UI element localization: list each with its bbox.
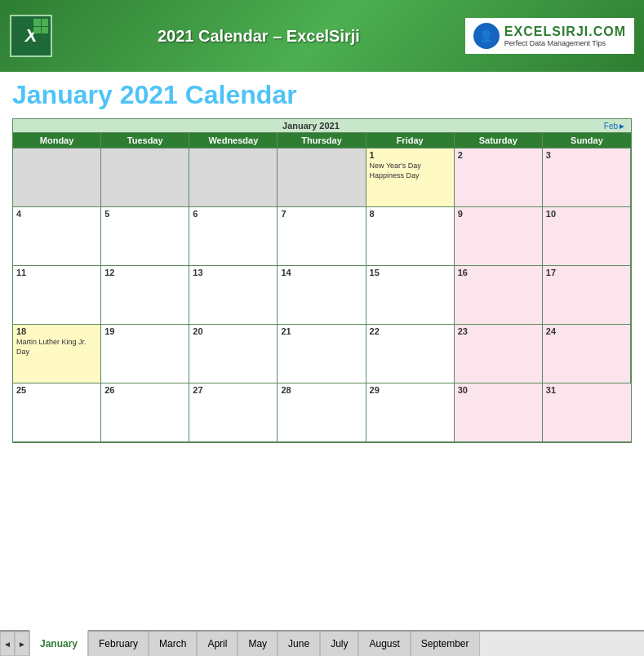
brand-name-part2: SIRJI [552, 24, 588, 38]
calendar-days-header: Monday Tuesday Wednesday Thursday Friday… [13, 133, 631, 148]
day-header-sunday: Sunday [543, 133, 631, 148]
cal-cell: 1New Year's DayHappiness Day [366, 148, 455, 207]
cal-date-number: 25 [16, 385, 97, 395]
cal-cell: 16 [455, 266, 543, 325]
brand-text: EXCELSIRJI.COM Perfect Data Management T… [504, 24, 626, 47]
cal-date-number: 17 [546, 268, 627, 277]
tab-august[interactable]: August [358, 632, 410, 656]
cal-date-number: 18 [16, 326, 97, 336]
cal-cell: 12 [101, 266, 189, 325]
cal-date-number: 6 [193, 209, 273, 219]
cal-event: Martin Luther King Jr. Day [16, 338, 97, 357]
cal-date-number: 4 [16, 209, 97, 219]
tab-april[interactable]: April [197, 632, 238, 656]
cal-cell: 2 [455, 148, 543, 207]
cal-date-number: 15 [370, 268, 451, 277]
cal-date-number: 23 [458, 326, 539, 336]
cal-cell [13, 148, 101, 207]
cal-date-number: 1 [370, 150, 451, 160]
cal-cell: 28 [278, 383, 366, 442]
cal-cell: 19 [101, 325, 189, 383]
day-header-tuesday: Tuesday [101, 133, 189, 148]
cal-date-number: 28 [281, 385, 362, 395]
cal-date-number: 30 [458, 385, 539, 395]
tab-february[interactable]: February [88, 632, 149, 656]
day-header-monday: Monday [13, 133, 101, 148]
brand-logo: 👤 EXCELSIRJI.COM Perfect Data Management… [465, 18, 634, 54]
cal-cell: 29 [366, 383, 455, 442]
cal-cell: 20 [189, 325, 278, 383]
tab-nav-prev[interactable]: ◄ [0, 632, 15, 656]
cal-event: New Year's Day [370, 162, 451, 171]
cal-date-number: 11 [16, 268, 97, 277]
cal-date-number: 20 [193, 326, 273, 336]
feb-nav-link[interactable]: Feb► [604, 122, 626, 131]
cal-date-number: 3 [546, 150, 627, 160]
cal-cell [278, 148, 366, 207]
cal-cell: 31 [543, 383, 631, 442]
tabs-list: JanuaryFebruaryMarchAprilMayJuneJulyAugu… [29, 632, 480, 656]
main-content: January 2021 Calendar January 2021 Feb► … [0, 72, 644, 630]
excel-icon: X [10, 15, 52, 57]
cal-cell: 3 [543, 148, 631, 207]
page-title: January 2021 Calendar [12, 80, 632, 110]
cal-cell: 23 [455, 325, 543, 383]
cal-date-number: 5 [104, 209, 185, 219]
tab-july[interactable]: July [320, 632, 358, 656]
tab-may[interactable]: May [238, 632, 278, 656]
cal-cell: 11 [13, 266, 101, 325]
brand-domain: .COM [588, 24, 626, 38]
tab-march[interactable]: March [149, 632, 197, 656]
day-header-friday: Friday [366, 133, 455, 148]
cal-cell: 13 [189, 266, 278, 325]
cal-cell: 27 [189, 383, 278, 442]
cal-cell: 30 [455, 383, 543, 442]
cal-cell: 18Martin Luther King Jr. Day [13, 325, 101, 383]
cal-cell: 14 [278, 266, 366, 325]
tab-september[interactable]: September [411, 632, 480, 656]
cal-cell: 15 [366, 266, 455, 325]
brand-tagline: Perfect Data Management Tips [504, 39, 626, 47]
cal-date-number: 24 [546, 326, 627, 336]
cal-cell: 9 [455, 207, 543, 266]
cal-date-number: 7 [281, 209, 362, 219]
cal-cell: 6 [189, 207, 278, 266]
cal-cell: 26 [101, 383, 189, 442]
cal-date-number: 19 [104, 326, 185, 336]
cal-date-number: 12 [104, 268, 185, 277]
cal-cell: 17 [543, 266, 631, 325]
tab-january[interactable]: January [29, 630, 88, 656]
cal-cell: 21 [278, 325, 366, 383]
cal-date-number: 21 [281, 326, 362, 336]
cal-date-number: 2 [458, 150, 539, 160]
tab-nav-next[interactable]: ► [15, 632, 29, 656]
cal-date-number: 27 [193, 385, 273, 395]
cal-date-number: 13 [193, 268, 273, 277]
calendar-month-label: January 2021 [18, 121, 604, 131]
cal-date-number: 22 [370, 326, 451, 336]
excel-grid-icon [33, 19, 48, 33]
cal-cell [101, 148, 189, 207]
cal-date-number: 29 [370, 385, 451, 395]
cal-date-number: 10 [546, 209, 627, 219]
cal-cell: 22 [366, 325, 455, 383]
header: X 2021 Calendar – ExcelSirji 👤 EXCELSIRJ… [0, 0, 644, 72]
calendar-grid: 1New Year's DayHappiness Day234567891011… [13, 148, 631, 442]
cal-cell: 8 [366, 207, 455, 266]
header-title: 2021 Calendar – ExcelSirji [52, 27, 465, 46]
cal-event: Happiness Day [370, 171, 451, 181]
day-header-wednesday: Wednesday [189, 133, 278, 148]
cal-cell: 5 [101, 207, 189, 266]
cal-cell: 10 [543, 207, 631, 266]
excel-logo: X [10, 15, 52, 57]
cal-date-number: 9 [458, 209, 539, 219]
cal-date-number: 8 [370, 209, 451, 219]
cal-cell: 7 [278, 207, 366, 266]
tab-june[interactable]: June [278, 632, 320, 656]
brand-name-part1: EXCEL [504, 24, 552, 38]
tabs-bar: ◄ ► JanuaryFebruaryMarchAprilMayJuneJuly… [0, 630, 644, 656]
brand-name: EXCELSIRJI.COM [504, 24, 626, 39]
calendar-header-row: January 2021 Feb► [13, 119, 631, 133]
cal-cell [189, 148, 278, 207]
cal-date-number: 31 [546, 385, 628, 395]
